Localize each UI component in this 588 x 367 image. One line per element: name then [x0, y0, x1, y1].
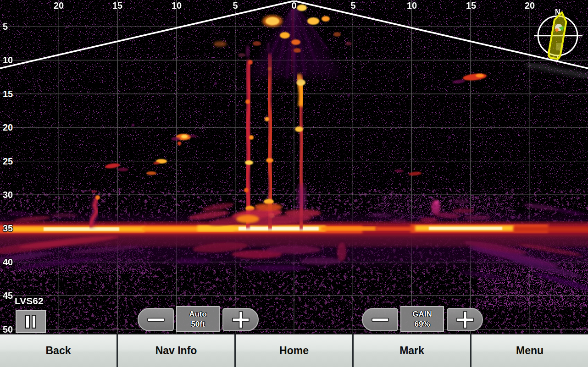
menu-button-back[interactable]: Back: [0, 334, 116, 367]
depth-axis-label: 50: [3, 325, 13, 334]
gain-value-button[interactable]: GAIN 69%: [400, 306, 444, 332]
range-axis-label: 20: [54, 1, 64, 10]
pause-button[interactable]: [16, 310, 46, 333]
range-decrease-button[interactable]: [138, 308, 174, 331]
depth-axis-label: 45: [3, 291, 13, 300]
minus-icon: [371, 318, 389, 322]
range-value-label: 50ft: [191, 319, 205, 329]
range-value-button[interactable]: Auto 50ft: [176, 306, 220, 332]
depth-axis-label: 10: [3, 55, 13, 65]
range-mode-label: Auto: [189, 309, 207, 319]
depth-axis-label: 35: [3, 224, 13, 233]
depth-axis-label: 30: [3, 190, 13, 199]
depth-axis-label: 5: [3, 22, 8, 31]
gain-decrease-button[interactable]: [362, 308, 398, 331]
range-axis-label: 20: [525, 1, 535, 10]
menu-button-navinfo[interactable]: Nav Info: [116, 334, 234, 367]
range-axis-label: 0: [291, 1, 296, 10]
compass-indicator: N: [534, 6, 583, 62]
gain-increase-button[interactable]: [447, 308, 483, 331]
gain-value-label: 69%: [414, 319, 430, 329]
range-axis-label: 5: [233, 1, 238, 10]
range-axis-label: 15: [466, 1, 476, 10]
sonar-display[interactable]: [0, 0, 588, 334]
menu-button-menu[interactable]: Menu: [470, 334, 588, 367]
plus-icon: [232, 311, 250, 329]
depth-axis-label: 40: [3, 257, 13, 267]
depth-axis-label: 20: [3, 123, 13, 132]
gain-title-label: GAIN: [412, 309, 432, 319]
range-axis-label: 15: [112, 1, 122, 10]
menu-bar: Back Nav Info Home Mark Menu: [0, 334, 588, 367]
pause-icon: [25, 315, 37, 329]
boat-icon: [548, 11, 568, 60]
minus-icon: [147, 318, 165, 322]
range-axis-label: 5: [350, 1, 355, 10]
sonar-screen: 20 15 10 5 0 5 10 15 20 5 10 15 20 25 30…: [0, 0, 588, 367]
range-increase-button[interactable]: [222, 308, 259, 331]
range-axis-label: 10: [407, 1, 417, 10]
depth-axis-label: 15: [3, 89, 13, 99]
menu-button-home[interactable]: Home: [234, 334, 352, 367]
plus-icon: [456, 311, 474, 329]
menu-button-mark[interactable]: Mark: [352, 334, 470, 367]
range-axis-label: 10: [172, 1, 182, 10]
depth-axis-label: 25: [3, 157, 13, 166]
transducer-label: LVS62: [15, 296, 44, 306]
